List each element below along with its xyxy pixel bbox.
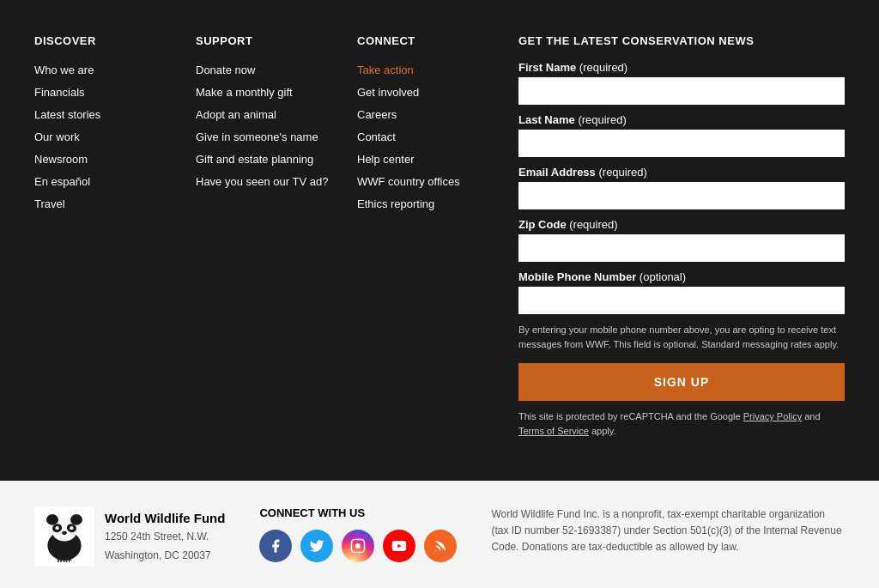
support-link-monthly[interactable]: Make a monthly gift <box>196 86 293 99</box>
discover-link-who[interactable]: Who we are <box>34 64 94 76</box>
list-item: Our work <box>34 130 196 143</box>
wwf-address-line2: Washington, DC 20037 <box>105 548 225 563</box>
list-item: Travel <box>34 197 196 210</box>
discover-link-travel[interactable]: Travel <box>34 197 65 210</box>
list-item: Donate now <box>196 63 357 76</box>
zip-group: Zip Code (required) <box>518 218 845 262</box>
support-column: SUPPORT Donate now Make a monthly gift A… <box>196 34 357 438</box>
recaptcha-notice: This site is protected by reCAPTCHA and … <box>518 409 845 438</box>
support-link-tv[interactable]: Have you seen our TV ad? <box>196 175 328 188</box>
rss-icon[interactable] <box>424 530 457 562</box>
list-item: En español <box>34 174 196 188</box>
connect-column: CONNECT Take action Get involved Careers… <box>357 34 518 438</box>
nonprofit-description: World Wildlife Fund Inc. is a nonprofit,… <box>491 506 845 556</box>
discover-link-ourwork[interactable]: Our work <box>34 130 80 143</box>
discover-links: Who we are Financials Latest stories Our… <box>34 63 196 210</box>
connect-link-help[interactable]: Help center <box>357 153 414 166</box>
footer-top: DISCOVER Who we are Financials Latest st… <box>0 0 879 481</box>
svg-text:WWF: WWF <box>57 557 72 563</box>
terms-of-service-link[interactable]: Terms of Service <box>518 426 589 436</box>
svg-point-8 <box>70 526 73 530</box>
first-name-input[interactable] <box>518 77 845 105</box>
instagram-icon[interactable] <box>342 530 374 562</box>
youtube-icon[interactable] <box>383 530 415 562</box>
newsletter-heading: GET THE LATEST CONSERVATION NEWS <box>518 34 845 47</box>
discover-column: DISCOVER Who we are Financials Latest st… <box>34 34 196 438</box>
list-item: Take action <box>357 63 518 76</box>
phone-disclaimer: By entering your mobile phone number abo… <box>518 323 845 351</box>
wwf-address-line1: 1250 24th Street, N.W. <box>105 529 225 544</box>
support-link-someone[interactable]: Give in someone's name <box>196 130 318 143</box>
support-link-adopt[interactable]: Adopt an animal <box>196 108 276 121</box>
connect-with-us-heading: CONNECT WITH US <box>259 506 457 519</box>
social-icons-group <box>259 530 457 562</box>
svg-point-3 <box>46 514 58 525</box>
list-item: Gift and estate planning <box>196 152 357 166</box>
list-item: Newsroom <box>34 152 196 166</box>
support-link-donate[interactable]: Donate now <box>196 64 255 76</box>
wwf-logo: WWF <box>34 506 94 567</box>
support-links: Donate now Make a monthly gift Adopt an … <box>196 63 357 188</box>
discover-link-espanol[interactable]: En español <box>34 175 90 188</box>
privacy-policy-link[interactable]: Privacy Policy <box>743 411 802 421</box>
support-link-gift[interactable]: Gift and estate planning <box>196 153 313 166</box>
last-name-label: Last Name (required) <box>518 113 845 126</box>
last-name-group: Last Name (required) <box>518 113 845 157</box>
svg-point-7 <box>56 526 59 530</box>
first-name-label: First Name (required) <box>518 61 845 74</box>
svg-point-9 <box>62 531 67 535</box>
wwf-logo-area: WWF World Wildlife Fund 1250 24th Street… <box>34 506 225 567</box>
discover-link-stories[interactable]: Latest stories <box>34 108 100 121</box>
connect-link-contact[interactable]: Contact <box>357 130 396 143</box>
list-item: Help center <box>357 152 518 166</box>
list-item: Financials <box>34 85 196 99</box>
email-group: Email Address (required) <box>518 166 845 209</box>
phone-input[interactable] <box>518 287 845 314</box>
discover-link-financials[interactable]: Financials <box>34 86 85 99</box>
list-item: Adopt an animal <box>196 107 357 121</box>
phone-label: Mobile Phone Number (optional) <box>518 270 845 283</box>
sign-up-button[interactable]: SIGN UP <box>518 363 845 401</box>
discover-link-newsroom[interactable]: Newsroom <box>34 153 88 166</box>
list-item: WWF country offices <box>357 174 518 188</box>
zip-label: Zip Code (required) <box>518 218 845 231</box>
footer-bottom: WWF World Wildlife Fund 1250 24th Street… <box>0 481 879 588</box>
first-name-group: First Name (required) <box>518 61 845 105</box>
twitter-icon[interactable] <box>300 530 333 562</box>
last-name-input[interactable] <box>518 130 845 157</box>
email-input[interactable] <box>518 182 845 209</box>
svg-point-14 <box>435 550 437 552</box>
connect-link-country[interactable]: WWF country offices <box>357 175 460 188</box>
list-item: Have you seen our TV ad? <box>196 174 357 188</box>
list-item: Latest stories <box>34 107 196 121</box>
list-item: Ethics reporting <box>357 197 518 210</box>
list-item: Who we are <box>34 63 196 76</box>
connect-link-action[interactable]: Take action <box>357 64 414 76</box>
discover-heading: DISCOVER <box>34 34 196 47</box>
newsletter-section: GET THE LATEST CONSERVATION NEWS First N… <box>518 34 845 438</box>
list-item: Get involved <box>357 85 518 99</box>
email-label: Email Address (required) <box>518 166 845 179</box>
list-item: Careers <box>357 107 518 121</box>
social-connect-section: CONNECT WITH US <box>259 506 457 562</box>
connect-heading: CONNECT <box>357 34 518 47</box>
connect-links: Take action Get involved Careers Contact… <box>357 63 518 210</box>
zip-input[interactable] <box>518 234 845 262</box>
facebook-icon[interactable] <box>259 530 292 562</box>
phone-group: Mobile Phone Number (optional) <box>518 270 845 314</box>
wwf-org-info: World Wildlife Fund 1250 24th Street, N.… <box>105 511 225 563</box>
wwf-org-name: World Wildlife Fund <box>105 511 225 525</box>
support-heading: SUPPORT <box>196 34 357 47</box>
connect-link-involved[interactable]: Get involved <box>357 86 419 99</box>
list-item: Make a monthly gift <box>196 85 357 99</box>
connect-link-careers[interactable]: Careers <box>357 108 397 121</box>
svg-point-4 <box>70 514 82 525</box>
connect-link-ethics[interactable]: Ethics reporting <box>357 197 434 210</box>
list-item: Give in someone's name <box>196 130 357 143</box>
list-item: Contact <box>357 130 518 143</box>
